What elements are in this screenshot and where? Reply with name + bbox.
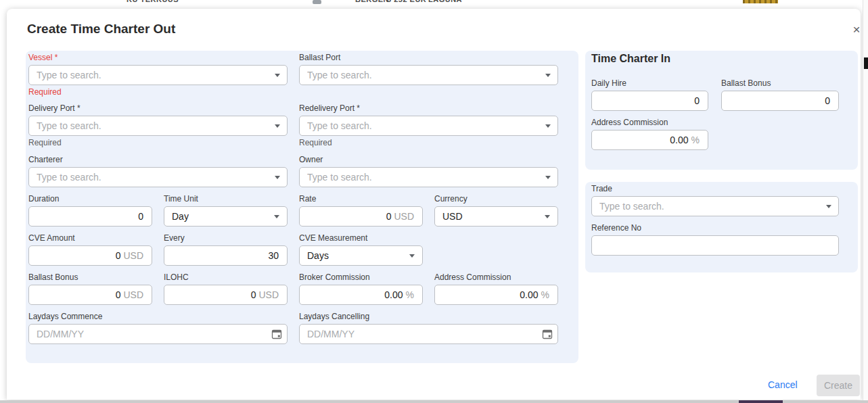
tci-ballast-bonus-label: Ballast Bonus [721,79,839,88]
tci-ballast-bonus-value: 0 [825,95,830,106]
redelivery-port-search-input[interactable] [299,116,558,136]
rate-input[interactable]: 0 USD [299,206,423,227]
ilohc-input[interactable]: 0 USD [164,285,288,305]
time-charter-in-title: Time Charter In [591,53,670,65]
vertical-scrollbar[interactable] [863,0,868,403]
background-text-fragment: BERGEN [355,0,389,3]
broker-commission-label: Broker Commission [299,273,423,282]
currency-label: Currency [434,195,558,204]
field-cve-amount: CVE Amount 0 USD [28,234,152,266]
field-tci-address-commission: Address Commission 0.00 % [591,118,708,150]
currency-value: USD [442,211,463,222]
redelivery-port-required-hint: Required [299,138,558,147]
every-input[interactable]: 30 [164,245,288,266]
field-laydays-commence: Laydays Commence [28,312,288,344]
delivery-port-label: Delivery Port * [28,104,288,113]
ballast-bonus-input[interactable]: 0 USD [28,285,152,305]
field-ilohc: ILOHC 0 USD [164,273,288,305]
chevron-down-icon[interactable] [826,205,831,208]
chevron-down-icon[interactable] [275,176,280,179]
currency-select[interactable]: USD [434,206,558,227]
rate-unit: USD [394,211,414,222]
horizontal-scrollbar[interactable] [0,400,868,403]
vessel-search-input[interactable] [28,65,288,85]
broker-commission-value: 0.00 [384,289,403,300]
address-commission-unit: % [541,289,549,300]
ilohc-unit: USD [258,289,279,300]
chevron-down-icon [274,215,279,218]
broker-commission-unit: % [406,289,414,300]
field-every: Every 30 [164,234,288,266]
tci-address-commission-input[interactable]: 0.00 % [591,130,708,150]
calendar-icon[interactable] [542,329,553,339]
ballast-bonus-label: Ballast Bonus [28,273,152,282]
vertical-scrollbar-thumb[interactable] [864,57,868,69]
reference-no-input[interactable] [591,235,839,256]
trade-label: Trade [591,185,839,193]
tci-address-commission-unit: % [691,135,700,145]
background-badge-fragment [743,0,778,3]
chevron-down-icon[interactable] [275,74,280,77]
tci-ballast-bonus-input[interactable]: 0 [721,91,839,111]
duration-value: 0 [138,211,143,222]
chevron-down-icon [545,215,550,218]
cve-amount-value: 0 [116,250,121,261]
address-commission-input[interactable]: 0.00 % [434,285,558,305]
horizontal-scrollbar-thumb[interactable] [739,400,783,403]
delivery-port-search-input[interactable] [28,116,288,136]
field-vessel: Vessel * Required [28,53,288,97]
field-reference-no: Reference No [591,224,839,256]
dialog-title: Create Time Charter Out [27,22,175,37]
vessel-label: Vessel * [28,53,288,62]
create-button[interactable]: Create [817,375,860,396]
field-owner: Owner [299,156,558,187]
ilohc-label: ILOHC [164,273,288,282]
laydays-cancelling-date-input[interactable] [299,324,558,344]
rate-label: Rate [299,195,423,204]
ballast-port-search-input[interactable] [299,65,558,85]
address-commission-value: 0.00 [520,289,538,300]
time-unit-select[interactable]: Day [164,206,288,227]
chevron-down-icon[interactable] [275,124,280,128]
field-ballast-bonus: Ballast Bonus 0 USD [28,273,152,305]
chevron-down-icon[interactable] [545,74,551,77]
owner-search-input[interactable] [299,167,558,187]
field-address-commission: Address Commission 0.00 % [434,273,558,305]
time-unit-value: Day [172,211,189,222]
daily-hire-value: 0 [694,95,700,106]
field-tci-daily-hire: Daily Hire 0 [591,79,708,111]
calendar-icon[interactable] [271,329,282,339]
close-icon[interactable]: × [849,22,864,37]
tci-address-commission-label: Address Commission [591,118,708,127]
ballast-bonus-unit: USD [123,289,143,300]
field-duration: Duration 0 [28,195,152,227]
background-text-fragment: 3 252 EUR [387,0,426,3]
broker-commission-input[interactable]: 0.00 % [299,285,423,305]
duration-input[interactable]: 0 [28,206,152,227]
cve-amount-input[interactable]: 0 USD [28,245,152,266]
laydays-commence-date-input[interactable] [28,324,288,344]
field-laydays-cancelling: Laydays Cancelling [299,312,558,344]
field-tci-ballast-bonus: Ballast Bonus 0 [721,79,839,111]
cve-amount-unit: USD [123,250,143,261]
laydays-cancelling-label: Laydays Cancelling [299,312,558,321]
trade-search-input[interactable] [591,196,839,216]
cve-amount-label: CVE Amount [28,234,152,243]
field-time-unit: Time Unit Day [164,195,288,227]
cve-measurement-value: Days [307,250,329,261]
daily-hire-label: Daily Hire [591,79,708,88]
tci-address-commission-value: 0.00 [670,135,688,145]
chevron-down-icon[interactable] [545,176,551,179]
ilohc-value: 0 [251,289,256,300]
rate-value: 0 [386,211,392,222]
background-text-fragment: LAGUNA [428,0,462,3]
chevron-down-icon[interactable] [545,124,551,128]
charterer-search-input[interactable] [28,167,288,187]
cancel-button[interactable]: Cancel [768,379,798,390]
owner-label: Owner [299,156,558,164]
redelivery-port-label: Redelivery Port * [299,104,558,113]
every-value: 30 [268,250,279,261]
every-label: Every [164,234,288,243]
daily-hire-input[interactable]: 0 [591,91,708,111]
cve-measurement-select[interactable]: Days [299,245,423,266]
